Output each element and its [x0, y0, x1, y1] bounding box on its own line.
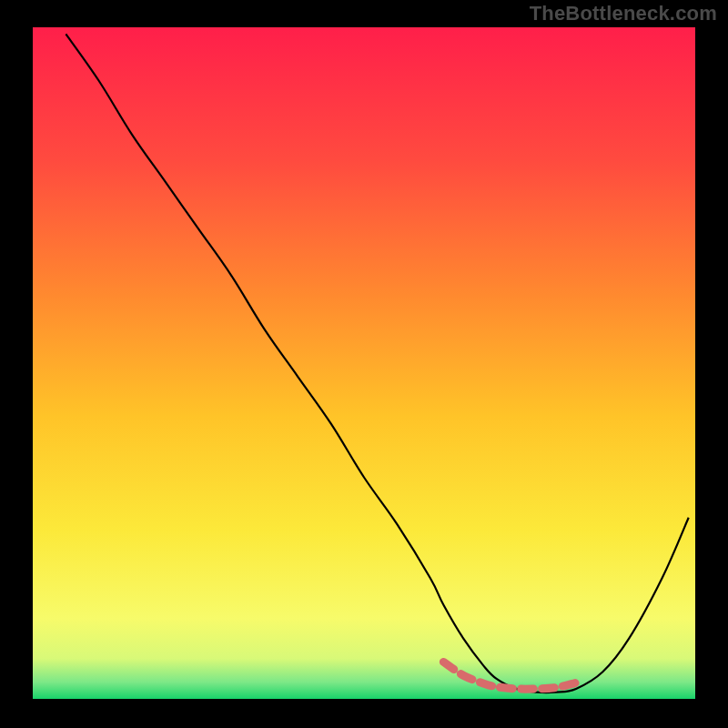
chart-frame: TheBottleneck.com [0, 0, 728, 728]
plot-background [33, 27, 695, 699]
chart-svg [0, 0, 728, 728]
watermark-text: TheBottleneck.com [530, 2, 717, 25]
